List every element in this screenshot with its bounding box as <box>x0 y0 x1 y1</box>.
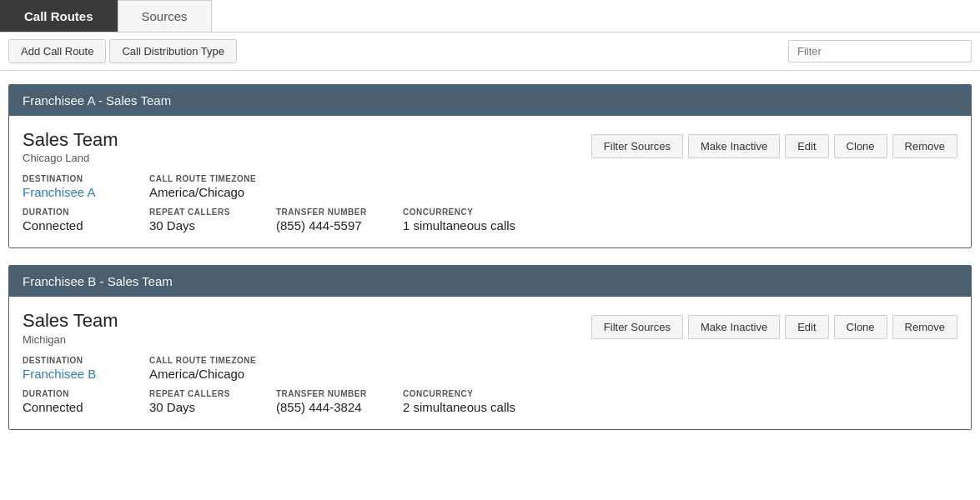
main-content: Franchisee A - Sales Team Sales Team Chi… <box>0 71 980 443</box>
concurrency-label-b: CONCURRENCY <box>403 389 515 398</box>
destination-label-b: DESTINATION <box>23 356 123 365</box>
destination-item-b: DESTINATION Franchisee B <box>23 356 123 381</box>
transfer-number-value-a: (855) 444-5597 <box>276 218 376 232</box>
remove-button-b[interactable]: Remove <box>892 315 957 339</box>
route-card-b-body: Sales Team Michigan Filter Sources Make … <box>9 297 971 428</box>
duration-label-a: DURATION <box>23 208 123 217</box>
tab-call-routes[interactable]: Call Routes <box>0 0 118 32</box>
route-actions-b: Filter Sources Make Inactive Edit Clone … <box>591 315 957 339</box>
timezone-label-b: CALL ROUTE TIMEZONE <box>149 356 256 365</box>
edit-button-a[interactable]: Edit <box>785 134 828 158</box>
timezone-value-a: America/Chicago <box>149 185 256 199</box>
route-card-a-body: Sales Team Chicago Land Filter Sources M… <box>9 116 971 248</box>
timezone-label-a: CALL ROUTE TIMEZONE <box>149 174 256 183</box>
route-card-a: Franchisee A - Sales Team Sales Team Chi… <box>8 84 972 248</box>
duration-item-b: DURATION Connected <box>23 389 123 414</box>
destination-value-a[interactable]: Franchisee A <box>23 185 123 199</box>
route-card-b: Franchisee B - Sales Team Sales Team Mic… <box>8 265 972 429</box>
clone-button-a[interactable]: Clone <box>834 134 887 158</box>
route-row-a: Sales Team Chicago Land Filter Sources M… <box>23 129 957 164</box>
destination-label-a: DESTINATION <box>23 174 123 183</box>
repeat-callers-value-b: 30 Days <box>149 400 249 414</box>
route-row-b: Sales Team Michigan Filter Sources Make … <box>23 310 957 345</box>
timezone-value-b: America/Chicago <box>149 367 256 381</box>
details-row-a-1: DESTINATION Franchisee A CALL ROUTE TIME… <box>23 174 957 199</box>
toolbar: Add Call Route Call Distribution Type <box>0 32 980 71</box>
make-inactive-button-b[interactable]: Make Inactive <box>688 315 780 339</box>
concurrency-item-b: CONCURRENCY 2 simultaneous calls <box>403 389 515 414</box>
clone-button-b[interactable]: Clone <box>834 315 887 339</box>
details-grid-a: DESTINATION Franchisee A CALL ROUTE TIME… <box>23 174 957 232</box>
details-row-a-2: DURATION Connected REPEAT CALLERS 30 Day… <box>23 208 957 232</box>
filter-input-wrap <box>788 40 972 62</box>
repeat-callers-item-a: REPEAT CALLERS 30 Days <box>149 208 249 232</box>
details-grid-b: DESTINATION Franchisee B CALL ROUTE TIME… <box>23 356 957 414</box>
route-name-b: Sales Team <box>23 310 591 332</box>
timezone-item-a: CALL ROUTE TIMEZONE America/Chicago <box>149 174 256 199</box>
make-inactive-button-a[interactable]: Make Inactive <box>688 134 780 158</box>
concurrency-item-a: CONCURRENCY 1 simultaneous calls <box>403 208 515 232</box>
add-call-route-button[interactable]: Add Call Route <box>8 39 106 63</box>
edit-button-b[interactable]: Edit <box>785 315 828 339</box>
repeat-callers-label-a: REPEAT CALLERS <box>149 208 249 217</box>
filter-sources-button-b[interactable]: Filter Sources <box>591 315 683 339</box>
concurrency-value-a: 1 simultaneous calls <box>403 218 515 232</box>
route-title-area-b: Sales Team Michigan <box>23 310 591 345</box>
transfer-number-label-b: TRANSFER NUMBER <box>276 389 376 398</box>
call-distribution-type-button[interactable]: Call Distribution Type <box>109 39 237 63</box>
tab-sources[interactable]: Sources <box>118 0 212 32</box>
timezone-item-b: CALL ROUTE TIMEZONE America/Chicago <box>149 356 256 381</box>
route-actions-a: Filter Sources Make Inactive Edit Clone … <box>591 134 957 158</box>
transfer-number-label-a: TRANSFER NUMBER <box>276 208 376 217</box>
transfer-number-item-a: TRANSFER NUMBER (855) 444-5597 <box>276 208 376 232</box>
concurrency-label-a: CONCURRENCY <box>403 208 515 217</box>
details-row-b-2: DURATION Connected REPEAT CALLERS 30 Day… <box>23 389 957 414</box>
route-name-a: Sales Team <box>23 129 591 151</box>
transfer-number-value-b: (855) 444-3824 <box>276 400 376 414</box>
concurrency-value-b: 2 simultaneous calls <box>403 400 515 414</box>
duration-value-b: Connected <box>23 400 123 414</box>
route-card-b-header: Franchisee B - Sales Team <box>9 266 971 297</box>
nav-tabs: Call Routes Sources <box>0 0 980 32</box>
transfer-number-item-b: TRANSFER NUMBER (855) 444-3824 <box>276 389 376 414</box>
details-row-b-1: DESTINATION Franchisee B CALL ROUTE TIME… <box>23 356 957 381</box>
filter-sources-button-a[interactable]: Filter Sources <box>591 134 683 158</box>
duration-item-a: DURATION Connected <box>23 208 123 232</box>
route-title-area-a: Sales Team Chicago Land <box>23 129 591 164</box>
repeat-callers-label-b: REPEAT CALLERS <box>149 389 249 398</box>
duration-value-a: Connected <box>23 218 123 232</box>
destination-item-a: DESTINATION Franchisee A <box>23 174 123 199</box>
duration-label-b: DURATION <box>23 389 123 398</box>
filter-input[interactable] <box>788 40 972 62</box>
route-subtitle-a: Chicago Land <box>23 152 591 164</box>
route-subtitle-b: Michigan <box>23 333 591 346</box>
remove-button-a[interactable]: Remove <box>892 134 957 158</box>
destination-value-b[interactable]: Franchisee B <box>23 367 123 381</box>
repeat-callers-value-a: 30 Days <box>149 218 249 232</box>
route-card-a-header: Franchisee A - Sales Team <box>9 85 971 116</box>
repeat-callers-item-b: REPEAT CALLERS 30 Days <box>149 389 249 414</box>
